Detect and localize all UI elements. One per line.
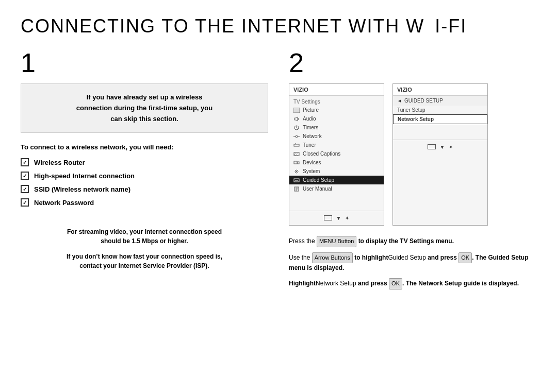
footer-settings-icon: ✦ bbox=[345, 215, 349, 221]
checkbox-icon: ✓ bbox=[21, 198, 29, 207]
ok-button-label-2: OK bbox=[389, 278, 402, 289]
tv-footer-2: ▼ ✦ bbox=[393, 140, 487, 154]
tv-menu-cc: CC Closed Captions bbox=[289, 149, 384, 158]
arrow-button-label: Arrow Buttons bbox=[312, 252, 353, 264]
tv-menu-audio: Audio bbox=[289, 114, 384, 123]
isp-note: If you don’t know how fast your connecti… bbox=[21, 252, 268, 270]
footer-down-icon: ▼ bbox=[336, 215, 341, 221]
back-arrow-icon: ◄ bbox=[397, 98, 402, 104]
need-label: To connect to a wireless network, you wi… bbox=[21, 143, 268, 151]
tv-menu-timers: Timers bbox=[289, 123, 384, 132]
guided-icon bbox=[293, 178, 300, 183]
tv-screen-1: VIZIO TV Settings Picture Audio bbox=[289, 83, 384, 226]
streaming-note: For streaming video, your Internet conne… bbox=[21, 227, 268, 246]
instruction-2: Use the Arrow Buttons to highlightGuided… bbox=[289, 252, 536, 274]
tv-menu-guided: Guided Setup bbox=[289, 176, 384, 184]
info-box-text: If you have already set up a wireless co… bbox=[31, 92, 257, 124]
right-instructions: Press the MENU Button to display the TV … bbox=[289, 236, 536, 289]
svg-rect-9 bbox=[294, 144, 299, 146]
step1-number: 1 bbox=[21, 49, 268, 76]
network-setup-item: Network Setup bbox=[393, 114, 487, 124]
step1-column: 1 If you have already set up a wireless … bbox=[21, 49, 268, 277]
audio-icon bbox=[293, 116, 300, 122]
footer-settings-icon2: ✦ bbox=[449, 144, 453, 150]
step2-number: 2 bbox=[289, 49, 536, 76]
svg-text:CC: CC bbox=[294, 153, 299, 156]
svg-point-6 bbox=[296, 135, 298, 138]
guided-setup-header: ◄ GUIDED SETUP bbox=[393, 96, 487, 106]
screens-row: VIZIO TV Settings Picture Audio bbox=[289, 83, 536, 226]
svg-rect-14 bbox=[298, 162, 299, 164]
svg-rect-1 bbox=[294, 108, 299, 112]
menu-button-label: MENU Button bbox=[317, 236, 356, 247]
tv-menu-devices: Devices bbox=[289, 158, 384, 167]
network-icon bbox=[293, 134, 300, 139]
checklist-item: ✓ Wireless Router bbox=[21, 158, 268, 166]
svg-line-5 bbox=[297, 128, 298, 128]
ok-button-label-1: OK bbox=[458, 252, 472, 264]
devices-icon bbox=[293, 160, 300, 165]
svg-rect-13 bbox=[294, 161, 297, 164]
tv-menu-picture: Picture bbox=[289, 106, 384, 114]
tv-menu-manual: User Manual bbox=[289, 184, 384, 193]
checklist-item: ✓ SSID (Wireless network name) bbox=[21, 185, 268, 193]
tuner-icon bbox=[293, 143, 300, 148]
tv-menu-tuner: Tuner bbox=[289, 141, 384, 149]
timers-icon bbox=[293, 125, 300, 130]
checklist: ✓ Wireless Router ✓ High-speed Internet … bbox=[21, 158, 268, 207]
tv-menu-system: System bbox=[289, 167, 384, 176]
svg-marker-2 bbox=[294, 117, 298, 121]
system-icon bbox=[293, 169, 300, 174]
checklist-item: ✓ High-speed Internet connection bbox=[21, 172, 268, 180]
info-box: If you have already set up a wireless co… bbox=[21, 83, 268, 133]
bottom-notes: For streaming video, your Internet conne… bbox=[21, 227, 268, 270]
instruction-3: HighlightNetwork Setup and press OK. The… bbox=[289, 278, 536, 289]
tv-menu-network: Network bbox=[289, 132, 384, 141]
checkbox-icon: ✓ bbox=[21, 172, 29, 180]
tv-footer-1: ▼ ✦ bbox=[289, 211, 384, 225]
footer-screen-icon2 bbox=[428, 144, 436, 149]
tuner-setup-item: Tuner Setup bbox=[393, 106, 487, 114]
checklist-item: ✓ Network Password bbox=[21, 198, 268, 207]
step2-column: 2 VIZIO TV Settings Picture bbox=[289, 49, 536, 295]
tv-menu-1: TV Settings Picture Audio bbox=[289, 96, 384, 195]
picture-icon bbox=[293, 108, 300, 113]
checkbox-icon: ✓ bbox=[21, 158, 29, 166]
manual-icon bbox=[293, 186, 300, 192]
tv-settings-label: TV Settings bbox=[289, 98, 384, 106]
tv-brand-2: VIZIO bbox=[393, 84, 487, 96]
tv-screen-2: VIZIO ◄ GUIDED SETUP Tuner Setup Network… bbox=[392, 83, 488, 226]
instruction-1: Press the MENU Button to display the TV … bbox=[289, 236, 536, 247]
svg-point-16 bbox=[296, 171, 297, 172]
tv-brand-1: VIZIO bbox=[289, 84, 384, 96]
checkbox-icon: ✓ bbox=[21, 185, 29, 193]
cc-icon: CC bbox=[293, 151, 300, 157]
footer-screen-icon bbox=[324, 215, 332, 220]
page-title: CONNECTING TO THE INTERNET WITH W i-Fi bbox=[21, 15, 536, 37]
footer-down-icon2: ▼ bbox=[440, 144, 445, 150]
